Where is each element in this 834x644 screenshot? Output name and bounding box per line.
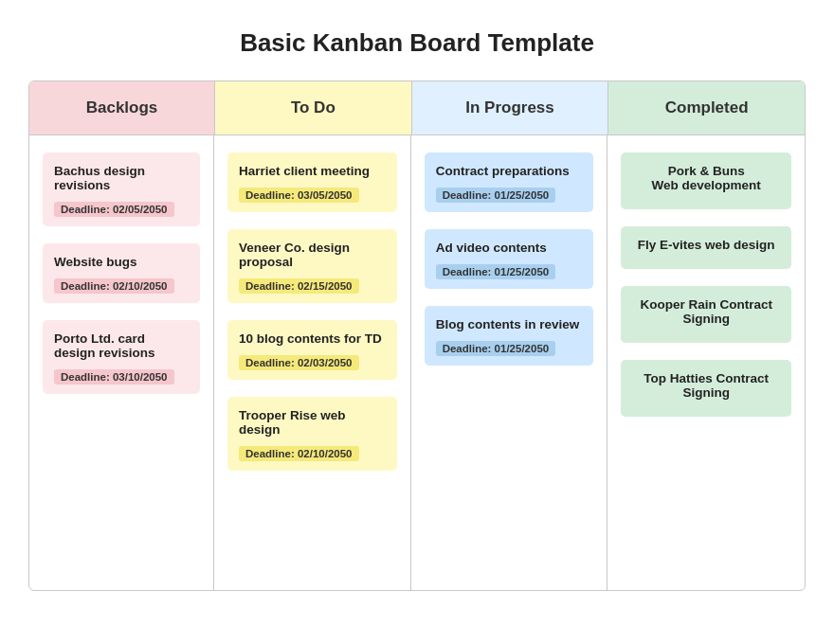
card-title: Ad video contents xyxy=(436,241,583,255)
kanban-body: Bachus design revisions Deadline: 02/05/… xyxy=(29,135,805,590)
card-title: Harriet client meeting xyxy=(239,164,386,178)
card-deadline: Deadline: 02/10/2050 xyxy=(239,446,359,461)
header-todo: To Do xyxy=(214,81,411,134)
card-title: 10 blog contents for TD xyxy=(239,331,386,346)
card-title: Fly E-vites web design xyxy=(632,238,780,252)
list-item[interactable]: Trooper Rise web design Deadline: 02/10/… xyxy=(227,397,397,471)
page-title: Basic Kanban Board Template xyxy=(240,28,594,58)
card-deadline: Deadline: 02/03/2050 xyxy=(239,355,359,370)
card-deadline: Deadline: 02/10/2050 xyxy=(54,278,174,294)
list-item[interactable]: Fly E-vites web design xyxy=(621,226,791,269)
card-deadline: Deadline: 03/10/2050 xyxy=(54,369,174,385)
list-item[interactable]: Harriet client meeting Deadline: 03/05/2… xyxy=(227,152,397,212)
kanban-board: Backlogs To Do In Progress Completed Bac… xyxy=(28,80,806,591)
list-item[interactable]: Veneer Co. design proposal Deadline: 02/… xyxy=(227,229,397,303)
col-backlogs: Bachus design revisions Deadline: 02/05/… xyxy=(29,135,214,590)
list-item[interactable]: Ad video contents Deadline: 01/25/2050 xyxy=(425,229,594,289)
list-item[interactable]: Contract preparations Deadline: 01/25/20… xyxy=(425,152,594,212)
card-deadline: Deadline: 01/25/2050 xyxy=(436,341,556,356)
card-deadline: Deadline: 03/05/2050 xyxy=(239,188,359,203)
card-title: Contract preparations xyxy=(436,164,583,178)
card-deadline: Deadline: 02/05/2050 xyxy=(54,202,174,217)
col-inprogress: Contract preparations Deadline: 01/25/20… xyxy=(411,135,608,590)
header-inprogress: In Progress xyxy=(411,81,608,134)
list-item[interactable]: Bachus design revisions Deadline: 02/05/… xyxy=(43,152,200,226)
list-item[interactable]: Porto Ltd. card design revisions Deadlin… xyxy=(43,320,200,394)
card-title: Veneer Co. design proposal xyxy=(239,241,386,269)
list-item[interactable]: Blog contents in review Deadline: 01/25/… xyxy=(425,306,594,366)
card-title: Bachus design revisions xyxy=(54,164,189,192)
header-backlogs: Backlogs xyxy=(29,81,214,134)
card-title: Kooper Rain Contract Signing xyxy=(632,297,780,326)
list-item[interactable]: Website bugs Deadline: 02/10/2050 xyxy=(43,243,200,303)
card-deadline: Deadline: 01/25/2050 xyxy=(436,264,556,279)
list-item[interactable]: Kooper Rain Contract Signing xyxy=(621,286,791,343)
card-title: Website bugs xyxy=(54,255,189,269)
card-deadline: Deadline: 02/15/2050 xyxy=(239,278,359,294)
list-item[interactable]: Top Hatties Contract Signing xyxy=(621,360,791,417)
kanban-header: Backlogs To Do In Progress Completed xyxy=(29,81,805,135)
card-deadline: Deadline: 01/25/2050 xyxy=(436,188,556,203)
card-title: Blog contents in review xyxy=(436,317,583,331)
list-item[interactable]: Pork & BunsWeb development xyxy=(621,152,791,209)
card-title: Trooper Rise web design xyxy=(239,408,386,437)
col-todo: Harriet client meeting Deadline: 03/05/2… xyxy=(214,135,411,590)
card-title: Porto Ltd. card design revisions xyxy=(54,331,189,360)
card-title: Top Hatties Contract Signing xyxy=(632,371,780,400)
header-completed: Completed xyxy=(607,81,805,134)
list-item[interactable]: 10 blog contents for TD Deadline: 02/03/… xyxy=(227,320,397,380)
col-completed: Pork & BunsWeb development Fly E-vites w… xyxy=(607,135,805,590)
card-title: Pork & BunsWeb development xyxy=(632,164,780,192)
